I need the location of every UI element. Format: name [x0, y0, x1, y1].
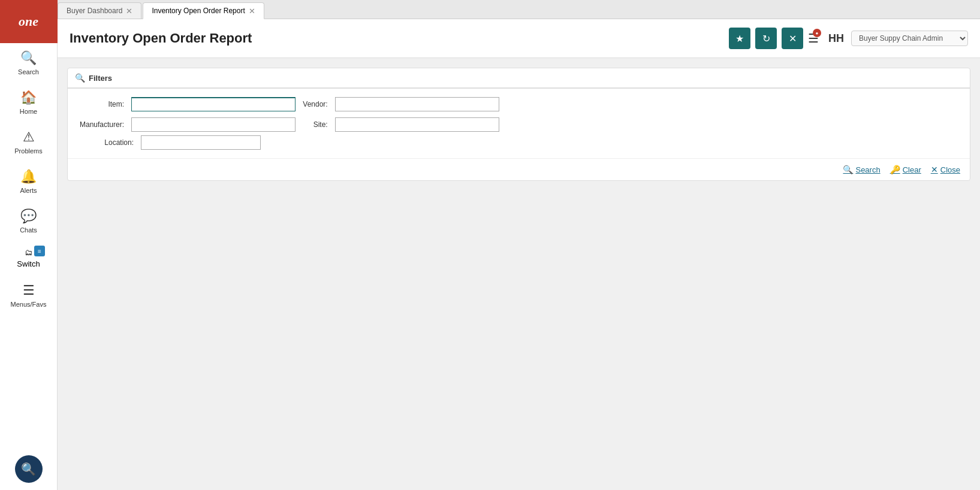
- sidebar-item-label: Alerts: [20, 187, 37, 194]
- tab-label: Inventory Open Order Report: [152, 7, 245, 15]
- star-icon: ★: [735, 33, 744, 44]
- refresh-icon: ↻: [762, 33, 770, 44]
- search-button[interactable]: 🔍 Search: [843, 165, 880, 174]
- sidebar-item-problems[interactable]: ⚠ Problems: [0, 122, 57, 162]
- close-icon: ✕: [931, 165, 938, 174]
- page-title: Inventory Open Order Report: [70, 31, 729, 46]
- filter-search-icon: 🔍: [75, 73, 85, 83]
- user-initials: HH: [828, 32, 844, 45]
- chat-icon: 💬: [20, 208, 37, 224]
- warning-icon: ⚠: [23, 129, 35, 145]
- header-menu-button[interactable]: ☰ ●: [808, 31, 819, 46]
- manufacturer-input[interactable]: [131, 117, 295, 132]
- sidebar-item-label: Menus/Favs: [11, 301, 47, 308]
- favorite-button[interactable]: ★: [729, 28, 750, 49]
- sidebar-item-search[interactable]: 🔍 Search: [0, 43, 57, 83]
- sidebar-item-home[interactable]: 🏠 Home: [0, 83, 57, 122]
- item-label: Item:: [80, 100, 124, 108]
- notification-badge: ●: [813, 29, 821, 37]
- search-icon: 🔍: [843, 165, 853, 174]
- switch-icon: 🗂: [25, 248, 32, 257]
- filter-grid: Item: Vendor: Manufacturer: Site:: [80, 97, 499, 132]
- site-label: Site:: [303, 120, 327, 129]
- close-icon: ✕: [789, 33, 797, 44]
- refresh-button[interactable]: ↻: [755, 28, 777, 49]
- filter-title: Filters: [89, 74, 112, 83]
- user-role-select[interactable]: Buyer Suppy Chain Admin Admin Manager: [851, 31, 968, 46]
- tab-label: Buyer Dashboard: [67, 7, 122, 15]
- filter-body: Item: Vendor: Manufacturer: Site: Locati…: [68, 89, 970, 158]
- content-area: 🔍 Filters Item: Vendor: Manufacturer: Si…: [58, 58, 980, 490]
- app-logo[interactable]: one: [0, 0, 58, 43]
- clear-label: Clear: [903, 165, 921, 174]
- close-label: Close: [940, 165, 960, 174]
- search-icon: 🔍: [20, 50, 37, 66]
- sidebar-item-label: Chats: [20, 226, 37, 234]
- tab-bar: Buyer Dashboard ✕ Inventory Open Order R…: [58, 0, 980, 19]
- location-label: Location:: [80, 138, 134, 147]
- scanner-button[interactable]: 🔍: [15, 455, 43, 483]
- sidebar-item-label: Home: [20, 108, 37, 115]
- sidebar-item-label: Switch: [17, 259, 40, 268]
- vendor-label: Vendor:: [303, 100, 327, 108]
- manufacturer-label: Manufacturer:: [80, 120, 124, 129]
- bell-icon: 🔔: [20, 169, 37, 184]
- vendor-input[interactable]: [335, 97, 499, 111]
- main-area: Buyer Dashboard ✕ Inventory Open Order R…: [58, 0, 980, 490]
- item-input[interactable]: [131, 97, 295, 111]
- location-input[interactable]: [141, 135, 261, 150]
- clear-button[interactable]: 🔑 Clear: [890, 165, 921, 174]
- tab-inventory-report[interactable]: Inventory Open Order Report ✕: [143, 2, 264, 19]
- sidebar-bottom: 🔍: [0, 448, 57, 490]
- sidebar-item-chats[interactable]: 💬 Chats: [0, 201, 57, 241]
- tab-close-buyer-dashboard[interactable]: ✕: [126, 7, 132, 15]
- close-report-button[interactable]: ✕: [782, 28, 803, 49]
- home-icon: 🏠: [20, 90, 37, 105]
- clear-icon: 🔑: [890, 165, 900, 174]
- logo-text: one: [19, 14, 38, 29]
- sidebar-item-alerts[interactable]: 🔔 Alerts: [0, 162, 57, 201]
- filter-panel: 🔍 Filters Item: Vendor: Manufacturer: Si…: [67, 68, 970, 181]
- search-label: Search: [855, 165, 880, 174]
- header-actions: ★ ↻ ✕ ☰ ● HH Buyer Suppy Chain Admin Adm…: [729, 28, 968, 49]
- scanner-icon: 🔍: [21, 462, 36, 476]
- page-header: Inventory Open Order Report ★ ↻ ✕ ☰ ● HH…: [58, 19, 980, 58]
- sidebar-item-label: Search: [18, 68, 39, 75]
- sidebar: one 🔍 Search 🏠 Home ⚠ Problems 🔔 Alerts …: [0, 0, 58, 490]
- sidebar-item-switch[interactable]: 🗂 ≡ Switch: [0, 241, 57, 276]
- filter-header: 🔍 Filters: [68, 68, 970, 89]
- switch-badge: ≡: [34, 246, 45, 256]
- menu-icon: ☰: [23, 283, 35, 298]
- tab-close-inventory-report[interactable]: ✕: [249, 7, 255, 15]
- sidebar-item-label: Problems: [14, 147, 42, 155]
- sidebar-item-menus[interactable]: ☰ Menus/Favs: [0, 276, 57, 315]
- site-input[interactable]: [335, 117, 499, 132]
- location-row: Location:: [80, 135, 958, 150]
- filter-actions: 🔍 Search 🔑 Clear ✕ Close: [68, 158, 970, 180]
- close-filter-button[interactable]: ✕ Close: [931, 165, 960, 174]
- tab-buyer-dashboard[interactable]: Buyer Dashboard ✕: [58, 2, 141, 19]
